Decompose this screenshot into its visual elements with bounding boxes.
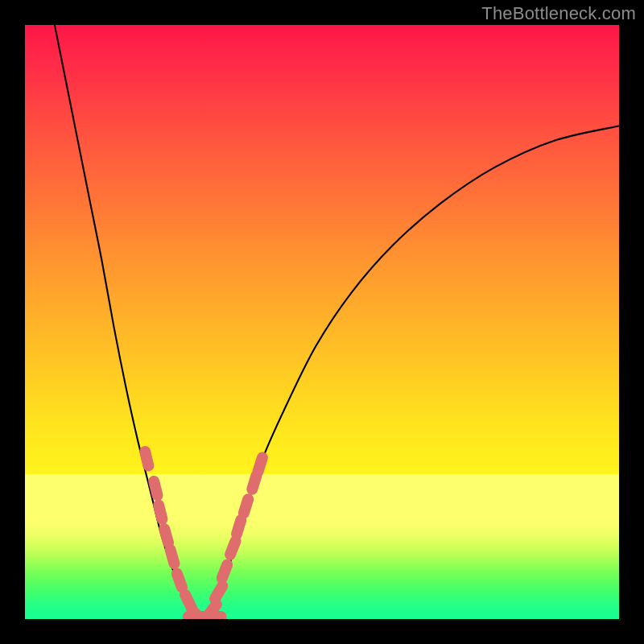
marker-dash (192, 610, 203, 619)
marker-group-right (208, 458, 262, 617)
marker-dash (244, 499, 248, 513)
curve-right-branch (203, 126, 619, 619)
marker-dash (171, 550, 175, 564)
marker-dash (230, 541, 236, 555)
chart-stage: TheBottleneck.com (0, 0, 644, 644)
marker-dash (258, 458, 262, 472)
marker-dash (154, 481, 157, 495)
marker-dash (208, 605, 217, 616)
plot-area (25, 25, 619, 619)
marker-dash (164, 529, 168, 543)
marker-dash (145, 452, 148, 466)
curve-left-branch (55, 25, 204, 619)
marker-dash (215, 586, 222, 598)
curves-layer (25, 25, 619, 619)
marker-dash (177, 574, 182, 588)
marker-group-left (145, 452, 202, 619)
marker-dash (159, 505, 162, 518)
watermark-text: TheBottleneck.com (481, 3, 636, 24)
marker-dash (237, 520, 241, 534)
marker-dash (252, 476, 256, 489)
marker-dash (222, 565, 228, 579)
